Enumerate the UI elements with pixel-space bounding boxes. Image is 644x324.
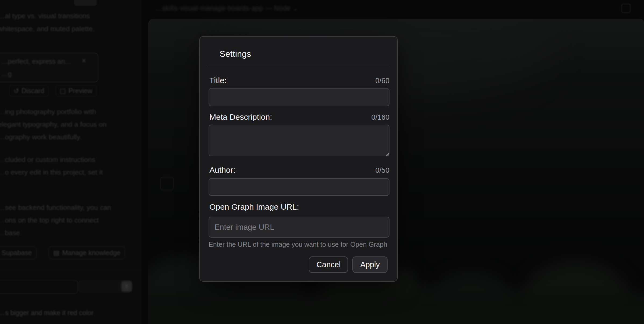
apply-button[interactable]: Apply bbox=[352, 256, 388, 273]
cancel-button[interactable]: Cancel bbox=[309, 256, 348, 273]
title-input[interactable] bbox=[209, 88, 389, 106]
meta-description-textarea[interactable] bbox=[209, 125, 389, 156]
author-field-row: Author: 0/50 bbox=[209, 165, 389, 175]
modal-button-row: Cancel Apply bbox=[309, 256, 388, 273]
title-field-row: Title: 0/60 bbox=[209, 76, 389, 85]
app-background: …al type vs. visual transitions whitespa… bbox=[0, 0, 644, 324]
og-image-url-label: Open Graph Image URL: bbox=[209, 202, 299, 212]
author-label: Author: bbox=[209, 165, 235, 175]
meta-description-field-row: Meta Description: 0/160 bbox=[209, 112, 389, 122]
og-image-field-row: Open Graph Image URL: bbox=[209, 202, 389, 212]
modal-header-divider bbox=[208, 66, 390, 66]
title-counter: 0/60 bbox=[375, 77, 389, 85]
modal-title: Settings bbox=[220, 49, 251, 59]
og-image-helper-text: Enter the URL of the image you want to u… bbox=[209, 241, 391, 248]
author-counter: 0/50 bbox=[375, 166, 389, 175]
title-label: Title: bbox=[209, 76, 227, 85]
meta-description-counter: 0/160 bbox=[371, 113, 389, 122]
settings-modal: Settings Title: 0/60 Meta Description: 0… bbox=[199, 36, 398, 282]
resize-handle-icon[interactable] bbox=[384, 151, 389, 156]
author-input[interactable] bbox=[209, 178, 389, 196]
og-image-url-input[interactable] bbox=[209, 217, 389, 238]
meta-description-label: Meta Description: bbox=[209, 112, 272, 122]
